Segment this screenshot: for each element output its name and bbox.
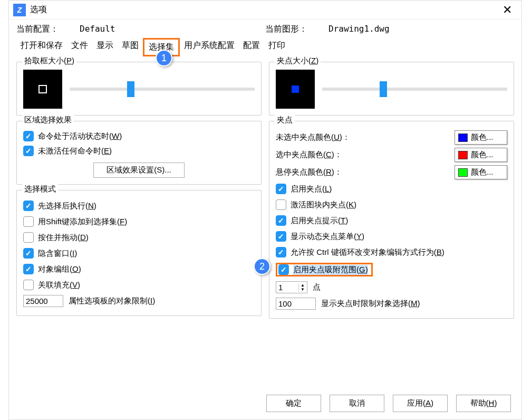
check-cmd-inactive[interactable] [23, 146, 34, 156]
tab-bar: 打开和保存 文件 显示 草图 选择集 用户系统配置 配置 打印 1 [9, 38, 521, 56]
check-grip-tips[interactable] [276, 215, 286, 226]
grip-tips-label: 启用夹点提示(T) [291, 216, 348, 226]
close-icon[interactable]: ✕ [497, 1, 517, 19]
options-dialog: Z 选项 ✕ 当前配置： Default 当前图形： Drawing1.dwg … [8, 0, 522, 420]
tab-user-pref[interactable]: 用户系统配置 [180, 38, 239, 53]
range-unit-label: 点 [313, 282, 321, 292]
callout-1: 1 [156, 50, 172, 66]
noun-verb-label: 先选择后执行(N) [38, 201, 96, 211]
snap-range-highlight: 启用夹点吸附范围(G) [276, 263, 373, 276]
tab-print[interactable]: 打印 [264, 38, 289, 53]
check-implied-window[interactable] [23, 248, 34, 259]
tab-file[interactable]: 文件 [67, 38, 92, 53]
dynamic-menu-label: 显示动态夹点菜单(Y) [291, 232, 364, 242]
check-dynamic-menu[interactable] [276, 231, 286, 242]
gripsize-slider[interactable] [322, 88, 507, 91]
tab-open-save[interactable]: 打开和保存 [16, 38, 67, 53]
apply-button[interactable]: 应用(A) [393, 395, 448, 412]
tab-display[interactable]: 显示 [92, 38, 118, 53]
check-ctrl-cycle[interactable] [276, 247, 286, 257]
shift-add-label: 用Shift键添加到选择集(F) [38, 217, 127, 227]
grip-limit-input[interactable] [276, 298, 316, 310]
color-swatch-unselected [458, 133, 468, 142]
prop-limit-label: 属性选项板的对象限制(I) [69, 296, 155, 306]
hover-color-button[interactable]: 颜色... [455, 165, 507, 179]
current-drawing-value: Drawing1.dwg [328, 24, 390, 35]
region-effect-group: 区域选择效果 命令处于活动状态时(W) 未激活任何命令时(E) 区域效果设置(S… [16, 121, 262, 185]
check-shift-add[interactable] [23, 216, 34, 227]
cancel-button[interactable]: 取消 [330, 395, 384, 412]
tab-sketch[interactable]: 草图 [118, 38, 143, 53]
check-assoc-hatch[interactable] [23, 280, 34, 290]
check-block-grips[interactable] [276, 199, 286, 210]
footer-buttons: 确定 取消 应用(A) 帮助(H) [266, 395, 511, 412]
ctrl-cycle-label: 允许按 Ctrl 键循环改变对象编辑方式行为(B) [291, 247, 444, 257]
cmd-inactive-label: 未激活任何命令时(E) [38, 146, 112, 156]
block-grips-label: 激活图块内夹点(K) [291, 200, 356, 210]
left-column: 拾取框大小(P) 区域选择效果 命令处于活动状态时(W) 未激活任何命令时(E)… [16, 62, 262, 319]
prop-limit-input[interactable] [23, 295, 63, 307]
help-button[interactable]: 帮助(H) [456, 395, 511, 412]
app-icon: Z [13, 4, 26, 16]
gripsize-title: 夹点大小(Z) [275, 56, 321, 66]
enable-grips-label: 启用夹点(L) [291, 184, 332, 194]
gripsize-group: 夹点大小(Z) [269, 62, 514, 116]
tab-profile[interactable]: 配置 [239, 38, 264, 53]
titlebar: Z 选项 ✕ [9, 1, 521, 20]
current-drawing-label: 当前图形： [265, 24, 307, 35]
ok-button[interactable]: 确定 [266, 395, 321, 412]
color-swatch-hover [458, 168, 468, 177]
check-press-drag[interactable] [23, 232, 34, 243]
check-snap-range[interactable] [278, 264, 289, 275]
snap-range-label: 启用夹点吸附范围(G) [293, 265, 368, 275]
profile-info-row: 当前配置： Default 当前图形： Drawing1.dwg [9, 20, 521, 38]
spinner-arrows-icon[interactable]: ▲▼ [298, 283, 305, 292]
region-effect-title: 区域选择效果 [22, 115, 74, 125]
grips-title: 夹点 [275, 115, 295, 125]
check-object-group[interactable] [23, 264, 34, 274]
region-settings-button[interactable]: 区域效果设置(S)... [93, 163, 185, 178]
current-profile-value: Default [80, 24, 115, 35]
callout-2: 2 [254, 258, 270, 275]
check-cmd-active[interactable] [23, 131, 34, 141]
cmd-active-label: 命令处于活动状态时(W) [38, 131, 122, 141]
window-title: 选项 [30, 4, 497, 15]
implied-window-label: 隐含窗口(I) [38, 249, 77, 259]
color-swatch-selected [458, 151, 468, 159]
pickbox-group: 拾取框大小(P) [16, 62, 262, 116]
assoc-hatch-label: 关联填充(V) [38, 280, 80, 290]
grips-group: 夹点 未选中夹点颜色(U)： 颜色... 选中夹点颜色(C)： 颜色... [269, 121, 514, 319]
press-drag-label: 按住并拖动(D) [38, 233, 89, 243]
unselected-color-label: 未选中夹点颜色(U)： [276, 132, 446, 142]
selected-color-button[interactable]: 颜色... [455, 148, 507, 162]
current-profile-label: 当前配置： [16, 24, 59, 35]
content-area: 拾取框大小(P) 区域选择效果 命令处于活动状态时(W) 未激活任何命令时(E)… [9, 56, 521, 324]
pickbox-preview [23, 70, 62, 109]
select-mode-group: 选择模式 先选择后执行(N) 用Shift键添加到选择集(F) 按住并拖动(D)… [16, 190, 262, 316]
check-enable-grips[interactable] [276, 184, 286, 194]
select-mode-title: 选择模式 [22, 184, 58, 194]
check-noun-verb[interactable] [23, 201, 34, 211]
right-column: 夹点大小(Z) 夹点 未选中夹点颜色(U)： 颜色... 选中夹点颜色(C)： [269, 62, 514, 319]
pickbox-slider[interactable] [70, 88, 255, 91]
selected-color-label: 选中夹点颜色(C)： [276, 150, 446, 160]
object-group-label: 对象编组(O) [38, 264, 81, 274]
unselected-color-button[interactable]: 颜色... [455, 130, 507, 145]
snap-range-spinner[interactable]: 1 ▲▼ [276, 281, 307, 293]
hover-color-label: 悬停夹点颜色(R)： [276, 167, 446, 177]
grip-limit-label: 显示夹点时限制对象选择(M) [321, 299, 420, 309]
pickbox-title: 拾取框大小(P) [22, 56, 76, 66]
gripsize-preview [276, 70, 315, 109]
